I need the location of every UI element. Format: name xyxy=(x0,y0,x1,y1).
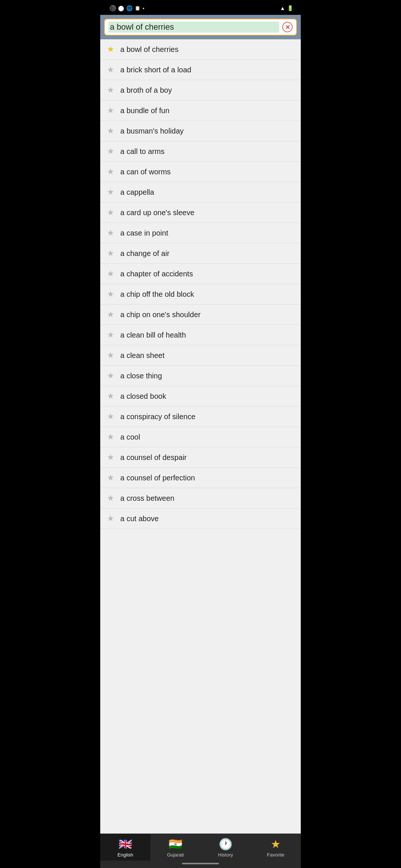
phrase-list: ★a bowl of cherries★a brick short of a l… xyxy=(100,39,301,834)
star-icon: ★ xyxy=(106,493,115,503)
list-item[interactable]: ★a clean bill of health xyxy=(100,325,301,345)
star-icon: ★ xyxy=(106,473,115,483)
list-item[interactable]: ★a brick short of a load xyxy=(100,60,301,80)
home-indicator xyxy=(100,861,301,868)
phrase-text: a case in point xyxy=(120,229,168,237)
search-bar: ✕ xyxy=(104,19,297,36)
phrase-text: a conspiracy of silence xyxy=(120,412,195,421)
list-item[interactable]: ★a can of worms xyxy=(100,162,301,182)
star-icon: ★ xyxy=(106,126,115,136)
list-item[interactable]: ★a case in point xyxy=(100,223,301,243)
nav-label-favorite: Favorite xyxy=(267,852,284,858)
phrase-text: a can of worms xyxy=(120,168,171,176)
list-item[interactable]: ★a counsel of despair xyxy=(100,447,301,468)
india-flag-icon: 🇮🇳 xyxy=(169,838,182,851)
phrase-text: a cut above xyxy=(120,514,159,523)
star-icon: ★ xyxy=(106,432,115,442)
phrase-text: a chip off the old block xyxy=(120,290,194,299)
list-item[interactable]: ★a cool xyxy=(100,427,301,447)
star-icon: ★ xyxy=(106,106,115,115)
nav-item-gujarati[interactable]: 🇮🇳Gujarati xyxy=(150,834,200,861)
nav-item-english[interactable]: 🇬🇧English xyxy=(100,834,150,861)
star-icon: ★ xyxy=(106,147,115,156)
phrase-text: a card up one's sleeve xyxy=(120,208,195,217)
star-icon: ★ xyxy=(106,65,115,75)
phrase-text: a call to arms xyxy=(120,147,164,156)
list-item[interactable]: ★a cut above xyxy=(100,509,301,529)
phrase-text: a clean sheet xyxy=(120,351,164,360)
nav-label-history: History xyxy=(218,852,233,858)
nav-label-english: English xyxy=(117,852,133,858)
info-icon: ⓘ xyxy=(110,5,116,11)
phrase-text: a cool xyxy=(120,433,140,441)
status-left: ⓘ ⬤ 🌐 📋 ● xyxy=(108,5,144,11)
star-icon: ★ xyxy=(106,208,115,217)
favorite-star-icon: ★ xyxy=(271,838,281,851)
phrase-text: a clean bill of health xyxy=(120,331,186,339)
phrase-text: a bowl of cherries xyxy=(120,45,179,54)
list-item[interactable]: ★a card up one's sleeve xyxy=(100,203,301,223)
status-right: ▲ 🔋 xyxy=(280,5,293,11)
star-icon: ★ xyxy=(106,310,115,319)
bottom-nav: 🇬🇧English🇮🇳Gujarati🕐History★Favorite xyxy=(100,834,301,861)
list-item[interactable]: ★a closed book xyxy=(100,386,301,407)
star-icon: ★ xyxy=(106,514,115,523)
phrase-text: a counsel of despair xyxy=(120,453,187,462)
list-item[interactable]: ★a chip off the old block xyxy=(100,284,301,305)
clear-icon: ✕ xyxy=(282,22,293,32)
clear-button[interactable]: ✕ xyxy=(282,22,293,32)
uk-flag-icon: 🇬🇧 xyxy=(118,838,132,851)
phrase-text: a counsel of perfection xyxy=(120,474,195,482)
star-icon: ★ xyxy=(106,351,115,360)
accessibility-icon: ⬤ xyxy=(118,5,124,11)
phrase-text: a closed book xyxy=(120,392,166,401)
star-icon: ★ xyxy=(106,289,115,299)
star-icon: ★ xyxy=(106,330,115,340)
wifi-icon: ▲ xyxy=(280,5,285,11)
globe-icon: 🌐 xyxy=(126,5,133,11)
list-item[interactable]: ★a close thing xyxy=(100,366,301,386)
search-input[interactable] xyxy=(108,22,279,33)
phrase-text: a change of air xyxy=(120,249,169,258)
star-icon: ★ xyxy=(106,85,115,95)
battery-icon: 🔋 xyxy=(287,5,293,11)
nav-label-gujarati: Gujarati xyxy=(167,852,184,858)
phrase-text: a chip on one's shoulder xyxy=(120,310,200,319)
phrase-text: a broth of a boy xyxy=(120,86,172,95)
star-icon: ★ xyxy=(106,391,115,401)
list-item[interactable]: ★a bundle of fun xyxy=(100,101,301,121)
list-item[interactable]: ★a bowl of cherries xyxy=(100,39,301,60)
list-item[interactable]: ★a call to arms xyxy=(100,141,301,162)
list-item[interactable]: ★a clean sheet xyxy=(100,345,301,366)
status-bar: ⓘ ⬤ 🌐 📋 ● ▲ 🔋 xyxy=(100,0,301,15)
list-item[interactable]: ★a broth of a boy xyxy=(100,80,301,101)
list-item[interactable]: ★a chapter of accidents xyxy=(100,264,301,284)
star-icon: ★ xyxy=(106,187,115,197)
phrase-text: a busman's holiday xyxy=(120,127,184,135)
dot-icon: ● xyxy=(143,7,144,10)
star-icon: ★ xyxy=(106,167,115,177)
star-icon: ★ xyxy=(106,228,115,238)
clipboard-icon: 📋 xyxy=(135,6,140,11)
star-icon: ★ xyxy=(106,453,115,462)
list-item[interactable]: ★a cross between xyxy=(100,488,301,509)
phrase-text: a bundle of fun xyxy=(120,106,169,115)
nav-item-favorite[interactable]: ★Favorite xyxy=(251,834,301,861)
home-bar xyxy=(182,863,219,864)
phrase-text: a cross between xyxy=(120,494,175,503)
list-item[interactable]: ★a counsel of perfection xyxy=(100,468,301,488)
star-icon: ★ xyxy=(106,371,115,381)
list-item[interactable]: ★a conspiracy of silence xyxy=(100,407,301,427)
list-item[interactable]: ★a busman's holiday xyxy=(100,121,301,141)
phrase-text: a chapter of accidents xyxy=(120,270,193,278)
star-icon: ★ xyxy=(106,45,115,54)
search-area: ✕ xyxy=(100,15,301,39)
list-item[interactable]: ★a cappella xyxy=(100,182,301,203)
phrase-text: a close thing xyxy=(120,372,162,380)
list-item[interactable]: ★a chip on one's shoulder xyxy=(100,305,301,325)
star-icon: ★ xyxy=(106,412,115,421)
nav-item-history[interactable]: 🕐History xyxy=(200,834,251,861)
phrase-text: a brick short of a load xyxy=(120,66,191,74)
list-item[interactable]: ★a change of air xyxy=(100,243,301,264)
star-icon: ★ xyxy=(106,249,115,258)
